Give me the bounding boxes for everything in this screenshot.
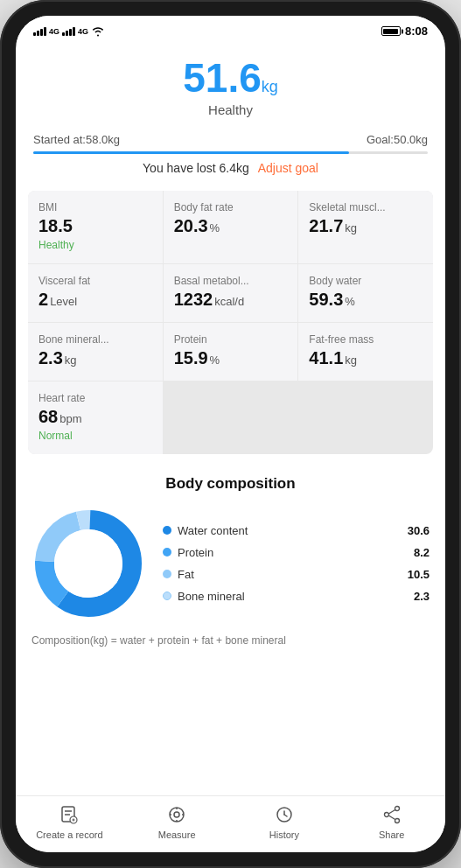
metric-card-visceral[interactable]: Visceral fat 2Level <box>28 264 163 322</box>
nav-create-record-label: Create a record <box>36 830 102 840</box>
metric-value-skeletal: 21.7kg <box>309 216 423 236</box>
svg-line-24 <box>388 816 395 820</box>
legend-left-protein: Protein <box>163 546 213 559</box>
adjust-goal-button[interactable]: Adjust goal <box>258 161 318 175</box>
metric-value-bodywater: 59.3% <box>309 290 423 310</box>
metric-card-heartrate[interactable]: Heart rate 68bpm Normal <box>28 382 163 454</box>
status-bar: 4G 4G 8:08 <box>16 16 445 42</box>
metric-card-basal[interactable]: Basal metabol... 1232kcal/d <box>164 264 298 322</box>
metric-card-protein[interactable]: Protein 15.9% <box>164 323 298 381</box>
nav-share[interactable]: Share <box>338 803 445 840</box>
metric-label-heartrate: Heart rate <box>38 392 152 404</box>
metric-label-basal: Basal metabol... <box>174 275 288 287</box>
weight-unit: kg <box>262 78 278 95</box>
status-left: 4G 4G <box>33 26 105 37</box>
svg-point-12 <box>174 812 179 817</box>
weight-header: 51.6kg Healthy <box>16 42 445 124</box>
metric-label-bodywater: Body water <box>309 275 423 287</box>
clock: 8:08 <box>405 24 428 38</box>
svg-line-19 <box>284 815 287 816</box>
legend-item-fat: Fat 10.5 <box>163 568 430 581</box>
nav-history-label: History <box>269 830 299 840</box>
goal-label: Goal:50.0kg <box>367 133 428 146</box>
nav-measure-label: Measure <box>158 830 196 840</box>
legend: Water content 30.6 Protein 8.2 <box>163 524 430 603</box>
nav-measure[interactable]: Measure <box>123 803 231 840</box>
svg-point-4 <box>54 529 122 598</box>
metric-status-bmi: Healthy <box>38 239 152 251</box>
weight-display: 51.6kg <box>33 56 428 101</box>
composition-note: Composition(kg) = water + protein + fat … <box>31 633 430 648</box>
legend-dot-bone <box>163 592 171 600</box>
share-icon <box>381 803 403 826</box>
progress-labels: Started at:58.0kg Goal:50.0kg <box>33 133 428 146</box>
section-title: Body composition <box>31 475 430 493</box>
legend-left-fat: Fat <box>163 568 194 581</box>
metric-card-fatfree[interactable]: Fat-free mass 41.1kg <box>298 323 433 381</box>
metric-value-protein: 15.9% <box>174 348 288 368</box>
wifi-icon <box>91 26 105 37</box>
weight-status: Healthy <box>33 102 428 117</box>
metric-card-bone[interactable]: Bone mineral... 2.3kg <box>28 323 163 381</box>
legend-label-protein: Protein <box>178 546 213 559</box>
metric-label-skeletal: Skeletal muscl... <box>309 201 423 214</box>
donut-chart <box>31 507 145 620</box>
svg-point-11 <box>170 808 184 822</box>
metric-label-bone: Bone mineral... <box>38 333 152 346</box>
legend-dot-water <box>163 526 171 535</box>
legend-value-protein: 8.2 <box>414 546 430 559</box>
progress-info: You have lost 6.4kg Adjust goal <box>33 161 428 175</box>
progress-bar-bg <box>33 151 428 154</box>
metric-value-fatfree: 41.1kg <box>309 348 423 368</box>
nav-history[interactable]: History <box>231 803 339 840</box>
metric-card-bmi[interactable]: BMI 18.5 Healthy <box>28 191 163 263</box>
started-at-label: Started at:58.0kg <box>33 133 120 146</box>
battery-fill <box>383 29 398 34</box>
metric-label-bmi: BMI <box>38 201 152 214</box>
svg-line-23 <box>388 810 395 815</box>
signal-bar-2 <box>62 27 75 36</box>
legend-label-bone: Bone mineral <box>178 590 245 603</box>
legend-label-water: Water content <box>178 524 248 537</box>
legend-left-bone: Bone mineral <box>163 590 245 603</box>
legend-dot-fat <box>163 570 171 578</box>
legend-value-water: 30.6 <box>408 524 430 537</box>
weight-number: 51.6 <box>183 55 262 101</box>
metric-card-bodyfat[interactable]: Body fat rate 20.3% <box>164 191 298 263</box>
metric-value-bone: 2.3kg <box>38 348 152 368</box>
legend-item-water: Water content 30.6 <box>163 524 430 537</box>
signal-bar-1 <box>33 27 46 36</box>
metrics-grid: BMI 18.5 Healthy Body fat rate 20.3% Ske… <box>28 191 433 454</box>
legend-label-fat: Fat <box>178 568 194 581</box>
signal-label-2: 4G <box>78 27 88 36</box>
status-right: 8:08 <box>381 24 428 38</box>
bottom-nav: Create a record Measure <box>16 795 445 852</box>
metric-label-fatfree: Fat-free mass <box>309 333 423 346</box>
progress-bar-fill <box>33 151 349 154</box>
svg-point-22 <box>395 819 399 823</box>
history-icon <box>273 803 296 826</box>
metric-value-bmi: 18.5 <box>38 216 152 236</box>
legend-left-water: Water content <box>163 524 248 537</box>
progress-section: Started at:58.0kg Goal:50.0kg You have l… <box>16 124 445 180</box>
lost-text: You have lost 6.4kg <box>143 161 249 175</box>
metric-label-bodyfat: Body fat rate <box>174 201 288 214</box>
metric-card-skeletal[interactable]: Skeletal muscl... 21.7kg <box>298 191 433 263</box>
measure-icon <box>165 803 188 826</box>
metric-label-protein: Protein <box>174 333 288 346</box>
metric-value-bodyfat: 20.3% <box>174 216 288 236</box>
metric-value-basal: 1232kcal/d <box>174 290 288 310</box>
content-area: 51.6kg Healthy Started at:58.0kg Goal:50… <box>16 42 445 795</box>
nav-create-record[interactable]: Create a record <box>16 803 123 840</box>
metric-label-visceral: Visceral fat <box>38 275 152 287</box>
create-record-icon <box>58 803 80 826</box>
metric-card-bodywater[interactable]: Body water 59.3% <box>298 264 433 322</box>
svg-point-21 <box>384 813 388 817</box>
battery-icon <box>381 26 401 36</box>
legend-item-bone: Bone mineral 2.3 <box>163 590 430 603</box>
svg-point-20 <box>395 807 399 811</box>
nav-share-label: Share <box>379 830 404 840</box>
phone-screen: 4G 4G 8:08 <box>16 16 445 852</box>
signal-label-1: 4G <box>49 27 59 36</box>
metric-status-heartrate: Normal <box>38 430 152 442</box>
